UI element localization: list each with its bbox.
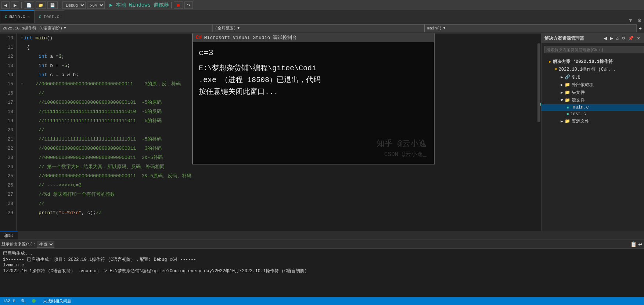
- semi-13: ;: [67, 61, 70, 70]
- code-line-25: //00000000000000000000000000000011 3&-5原…: [21, 171, 537, 181]
- line-num-19: 19: [1, 116, 13, 125]
- solution-search-input[interactable]: [544, 46, 644, 53]
- panel-title-label: 解决方案资源管理器: [544, 35, 584, 42]
- comment-17: //10000000000000000000000000000101 -5的原码: [39, 98, 162, 107]
- debug-config-dropdown[interactable]: Debug: [62, 1, 86, 9]
- add-watch-button[interactable]: +: [637, 25, 644, 31]
- output-copy-button[interactable]: 📋: [630, 241, 637, 247]
- file-open-button[interactable]: 📁: [36, 1, 46, 9]
- watermark-csdn-text: CSDN @云小逸_: [384, 151, 427, 158]
- mainc-file-icon: ■: [566, 106, 569, 110]
- tab-settings-button[interactable]: ⚙: [635, 18, 644, 23]
- tab-main-c-icon: C: [5, 15, 7, 19]
- file-save-button[interactable]: 💾: [47, 1, 58, 9]
- comment-28: //: [39, 199, 44, 208]
- fold-icon-10[interactable]: ⊟: [21, 33, 23, 43]
- tab-main-c[interactable]: C main.c ✕: [0, 10, 35, 23]
- res-folder-icon: 📁: [565, 118, 570, 124]
- platform-dropdown[interactable]: x64: [87, 1, 105, 9]
- scope-selector[interactable]: 2022.10.1操作符 (C语言初阶) ▼: [0, 24, 212, 32]
- namespace-selector[interactable]: (全局范围) ▼: [212, 24, 424, 32]
- line-num-10: 10: [1, 33, 13, 43]
- text-14: c = a & b;: [47, 70, 79, 79]
- semi-12: ;: [61, 52, 64, 61]
- file-new-button[interactable]: 📄: [24, 1, 34, 9]
- namespace-arrow-icon[interactable]: ▼: [236, 26, 241, 30]
- nav-back-button[interactable]: ◀: [1, 1, 10, 9]
- paren-10: (): [47, 33, 53, 43]
- extdeps-label: 外部依赖项: [572, 82, 594, 88]
- panel-home-button[interactable]: ⌂: [615, 35, 619, 42]
- watermark-csdn: CSDN @云小逸_: [384, 150, 427, 158]
- src-expand-icon: ▼: [561, 98, 563, 103]
- comment-19: //11111111111111111111111111111011 -5的补码: [39, 116, 162, 125]
- zoom-icon: 🔍: [21, 299, 26, 304]
- line-num-24: 24: [1, 162, 13, 171]
- src-folder-icon: 📁: [565, 97, 570, 103]
- scope-arrow-icon[interactable]: ▼: [62, 26, 68, 30]
- headers-label: 头文件: [572, 89, 585, 96]
- function-arrow-icon[interactable]: ▼: [442, 26, 447, 30]
- comment-21: //11111111111111111111111111111011 -5的补码: [39, 135, 162, 144]
- output-line-1: 已启动生成...: [3, 250, 641, 256]
- comment-29: //: [96, 208, 102, 217]
- editor-scrollbar[interactable]: [537, 33, 541, 231]
- line-num-13: 13: [1, 61, 13, 70]
- tab-test-c[interactable]: C test.c: [35, 10, 64, 23]
- panel-nav-fwd-button[interactable]: ▶: [609, 35, 614, 42]
- output-line-3: 1>main.c: [3, 263, 641, 268]
- tab-main-c-close[interactable]: ✕: [28, 15, 30, 19]
- output-source-select[interactable]: 生成: [37, 241, 54, 248]
- line-num-20: 20: [1, 125, 13, 135]
- testc-label: test.c: [570, 111, 586, 117]
- step-button[interactable]: ↷: [184, 1, 193, 9]
- tree-item-main-c[interactable]: ■ + main.c: [542, 104, 644, 111]
- code-line-27: //%d 意味着打印一个有符号的整数: [21, 190, 537, 199]
- tree-item-test-c[interactable]: ■ test.c: [542, 111, 644, 117]
- output-line-4: 1>2022.10.1操作符 (C语言初阶） .vcxproj -> E:\梦想…: [3, 268, 641, 274]
- tree-item-project[interactable]: ▼ 2022.10.1操作符 (C语...: [542, 65, 644, 73]
- function-selector[interactable]: main() ▼: [425, 24, 637, 32]
- panel-close-button[interactable]: ✕: [636, 35, 641, 42]
- line-num-27: 27: [1, 190, 13, 199]
- output-content: 已启动生成... 1>------ 已启动生成: 项目: 2022.10.1操作…: [0, 249, 644, 297]
- refs-label: 引用: [572, 74, 580, 80]
- tab-test-c-icon: C: [39, 15, 42, 19]
- refs-folder-icon: 🔗: [565, 74, 570, 80]
- panel-pin-button[interactable]: 📌: [627, 35, 634, 42]
- stop-button[interactable]: ⏹: [174, 1, 183, 9]
- solution-tree: ▶ 解决方案 '2022.10.1操作符' ▼ 2022.10.1操作符 (C语…: [542, 56, 644, 231]
- code-line-26: // ---->>>>>c=3: [21, 181, 537, 190]
- tab-dropdown-button[interactable]: ▼: [626, 18, 635, 23]
- vs-icon: C#: [196, 35, 202, 40]
- line-num-12: 12: [1, 52, 13, 61]
- tree-item-solution[interactable]: ▶ 解决方案 '2022.10.1操作符': [542, 58, 644, 65]
- res-expand-icon: ▶: [561, 119, 563, 124]
- tree-item-resources[interactable]: ▶ 📁 资源文件: [542, 117, 644, 125]
- tree-item-headers[interactable]: ▶ 📁 头文件: [542, 89, 644, 96]
- tree-item-src[interactable]: ▼ 📁 源文件: [542, 96, 644, 104]
- brace-open: {: [27, 43, 30, 52]
- tree-item-extdeps[interactable]: ▶ 📁 外部依赖项: [542, 81, 644, 89]
- output-wrap-button[interactable]: ↩: [638, 241, 643, 247]
- scrollbar-thumb[interactable]: [537, 43, 540, 122]
- comment-25: //00000000000000000000000000000011 3&-5原…: [39, 171, 191, 181]
- main-area: 10 11 12 13 14 15 16 17 18 19 20 21 22 2…: [0, 33, 644, 231]
- bottom-toolbar: 显示输出来源(S): 生成 📋 ↩: [0, 240, 644, 249]
- editor-gutter: [17, 33, 18, 231]
- fold-icon-15[interactable]: ⊟: [21, 79, 23, 89]
- output-line-2: 1>------ 已启动生成: 项目: 2022.10.1操作符 (C语言初阶）…: [3, 256, 641, 263]
- comment-26: // ---->>>>>c=3: [39, 181, 82, 190]
- panel-refresh-button[interactable]: ↺: [621, 35, 626, 42]
- nav-forward-button[interactable]: ▶: [11, 1, 19, 9]
- comment-23: //00000000000000000000000000000011 3&-5补…: [39, 153, 163, 162]
- watermark-zhihu: 知乎 @云小逸: [377, 138, 427, 149]
- output-tab[interactable]: 输出: [0, 231, 18, 240]
- run-button[interactable]: ▶ 本地 Windows 调试器: [109, 2, 169, 8]
- mainc-label: main.c: [573, 105, 589, 110]
- tree-item-refs[interactable]: ▶ 🔗 引用: [542, 73, 644, 81]
- run-label: 本地 Windows 调试器: [116, 2, 169, 8]
- src-label: 源文件: [572, 97, 585, 103]
- panel-nav-back-button[interactable]: ◀: [603, 35, 608, 42]
- ext-expand-icon: ▶: [561, 82, 563, 87]
